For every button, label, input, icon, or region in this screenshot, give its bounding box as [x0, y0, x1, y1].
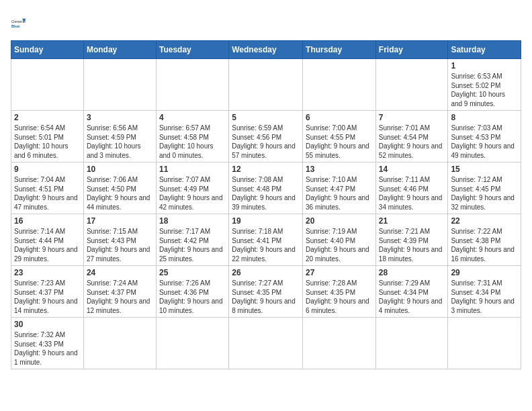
calendar-cell: 26Sunrise: 7:27 AM Sunset: 4:35 PM Dayli… — [229, 266, 303, 318]
calendar-cell: 27Sunrise: 7:28 AM Sunset: 4:35 PM Dayli… — [303, 266, 376, 318]
day-info: Sunrise: 7:32 AM Sunset: 4:33 PM Dayligh… — [14, 330, 81, 367]
logo: General Blue — [11, 11, 35, 35]
day-info: Sunrise: 7:15 AM Sunset: 4:43 PM Dayligh… — [87, 227, 153, 263]
day-info: Sunrise: 7:00 AM Sunset: 4:55 PM Dayligh… — [306, 124, 373, 160]
day-info: Sunrise: 7:03 AM Sunset: 4:53 PM Dayligh… — [451, 124, 518, 160]
calendar-cell — [375, 59, 448, 111]
day-info: Sunrise: 7:04 AM Sunset: 4:51 PM Dayligh… — [14, 175, 81, 212]
calendar-cell: 1Sunrise: 6:53 AM Sunset: 5:02 PM Daylig… — [448, 59, 521, 111]
weekday-header-tuesday: Tuesday — [156, 41, 228, 59]
day-info: Sunrise: 7:06 AM Sunset: 4:50 PM Dayligh… — [87, 175, 153, 212]
day-info: Sunrise: 7:12 AM Sunset: 4:45 PM Dayligh… — [451, 175, 518, 212]
day-info: Sunrise: 7:27 AM Sunset: 4:35 PM Dayligh… — [232, 279, 300, 315]
calendar-cell: 5Sunrise: 6:59 AM Sunset: 4:56 PM Daylig… — [229, 111, 303, 163]
day-info: Sunrise: 6:57 AM Sunset: 4:58 PM Dayligh… — [159, 124, 226, 160]
day-info: Sunrise: 7:24 AM Sunset: 4:37 PM Dayligh… — [87, 279, 153, 315]
day-info: Sunrise: 7:29 AM Sunset: 4:34 PM Dayligh… — [379, 279, 445, 315]
day-number: 27 — [306, 268, 373, 277]
day-number: 7 — [379, 113, 445, 122]
day-info: Sunrise: 7:01 AM Sunset: 4:54 PM Dayligh… — [379, 124, 445, 160]
week-row-4: 16Sunrise: 7:14 AM Sunset: 4:44 PM Dayli… — [11, 214, 521, 266]
day-number: 23 — [14, 268, 81, 277]
calendar-cell: 19Sunrise: 7:18 AM Sunset: 4:41 PM Dayli… — [229, 214, 303, 266]
day-number: 29 — [451, 268, 518, 277]
calendar-cell — [303, 318, 376, 369]
day-number: 25 — [159, 268, 226, 277]
weekday-header-friday: Friday — [375, 41, 448, 59]
day-info: Sunrise: 7:14 AM Sunset: 4:44 PM Dayligh… — [14, 227, 81, 263]
day-info: Sunrise: 6:56 AM Sunset: 4:59 PM Dayligh… — [87, 124, 153, 160]
day-info: Sunrise: 7:23 AM Sunset: 4:37 PM Dayligh… — [14, 279, 81, 315]
calendar-cell — [229, 318, 303, 369]
calendar-cell: 28Sunrise: 7:29 AM Sunset: 4:34 PM Dayli… — [375, 266, 448, 318]
day-number: 11 — [159, 165, 226, 174]
calendar-cell: 10Sunrise: 7:06 AM Sunset: 4:50 PM Dayli… — [83, 163, 156, 214]
svg-text:Blue: Blue — [11, 24, 20, 28]
calendar-cell — [83, 59, 156, 111]
day-info: Sunrise: 7:31 AM Sunset: 4:34 PM Dayligh… — [451, 279, 518, 315]
weekday-header-sunday: Sunday — [11, 41, 84, 59]
day-number: 14 — [379, 165, 445, 174]
calendar-cell: 11Sunrise: 7:07 AM Sunset: 4:49 PM Dayli… — [156, 163, 228, 214]
day-number: 22 — [451, 216, 518, 226]
calendar-cell: 2Sunrise: 6:54 AM Sunset: 5:01 PM Daylig… — [11, 111, 84, 163]
calendar-cell: 12Sunrise: 7:08 AM Sunset: 4:48 PM Dayli… — [229, 163, 303, 214]
week-row-5: 23Sunrise: 7:23 AM Sunset: 4:37 PM Dayli… — [11, 266, 521, 318]
calendar-cell: 3Sunrise: 6:56 AM Sunset: 4:59 PM Daylig… — [83, 111, 156, 163]
calendar-cell: 18Sunrise: 7:17 AM Sunset: 4:42 PM Dayli… — [156, 214, 228, 266]
calendar-cell: 21Sunrise: 7:21 AM Sunset: 4:39 PM Dayli… — [375, 214, 448, 266]
week-row-3: 9Sunrise: 7:04 AM Sunset: 4:51 PM Daylig… — [11, 163, 521, 214]
day-number: 1 — [451, 61, 518, 71]
calendar-cell — [156, 59, 228, 111]
calendar-cell: 13Sunrise: 7:10 AM Sunset: 4:47 PM Dayli… — [303, 163, 376, 214]
day-info: Sunrise: 7:19 AM Sunset: 4:40 PM Dayligh… — [306, 227, 373, 263]
day-info: Sunrise: 6:54 AM Sunset: 5:01 PM Dayligh… — [14, 124, 81, 160]
calendar: SundayMondayTuesdayWednesdayThursdayFrid… — [11, 40, 521, 369]
day-number: 3 — [87, 113, 153, 122]
day-info: Sunrise: 7:22 AM Sunset: 4:38 PM Dayligh… — [451, 227, 518, 263]
calendar-cell — [229, 59, 303, 111]
day-number: 21 — [379, 216, 445, 226]
calendar-cell: 24Sunrise: 7:24 AM Sunset: 4:37 PM Dayli… — [83, 266, 156, 318]
day-number: 10 — [87, 165, 153, 174]
calendar-cell — [11, 59, 84, 111]
day-number: 18 — [159, 216, 226, 226]
day-number: 20 — [306, 216, 373, 226]
day-number: 2 — [14, 113, 81, 122]
calendar-cell: 4Sunrise: 6:57 AM Sunset: 4:58 PM Daylig… — [156, 111, 228, 163]
calendar-cell: 8Sunrise: 7:03 AM Sunset: 4:53 PM Daylig… — [448, 111, 521, 163]
calendar-cell: 15Sunrise: 7:12 AM Sunset: 4:45 PM Dayli… — [448, 163, 521, 214]
weekday-header-monday: Monday — [83, 41, 156, 59]
calendar-cell: 25Sunrise: 7:26 AM Sunset: 4:36 PM Dayli… — [156, 266, 228, 318]
day-number: 8 — [451, 113, 518, 122]
calendar-cell: 6Sunrise: 7:00 AM Sunset: 4:55 PM Daylig… — [303, 111, 376, 163]
weekday-header-row: SundayMondayTuesdayWednesdayThursdayFrid… — [11, 41, 521, 59]
day-number: 28 — [379, 268, 445, 277]
calendar-cell: 23Sunrise: 7:23 AM Sunset: 4:37 PM Dayli… — [11, 266, 84, 318]
calendar-cell: 17Sunrise: 7:15 AM Sunset: 4:43 PM Dayli… — [83, 214, 156, 266]
day-number: 15 — [451, 165, 518, 174]
day-number: 9 — [14, 165, 81, 174]
calendar-cell — [303, 59, 376, 111]
day-info: Sunrise: 7:18 AM Sunset: 4:41 PM Dayligh… — [232, 227, 300, 263]
day-number: 12 — [232, 165, 300, 174]
weekday-header-wednesday: Wednesday — [229, 41, 303, 59]
day-info: Sunrise: 7:26 AM Sunset: 4:36 PM Dayligh… — [159, 279, 226, 315]
day-number: 26 — [232, 268, 300, 277]
day-info: Sunrise: 7:10 AM Sunset: 4:47 PM Dayligh… — [306, 175, 373, 212]
header: General Blue — [11, 11, 521, 35]
day-info: Sunrise: 6:53 AM Sunset: 5:02 PM Dayligh… — [451, 72, 518, 108]
day-number: 4 — [159, 113, 226, 122]
calendar-cell: 9Sunrise: 7:04 AM Sunset: 4:51 PM Daylig… — [11, 163, 84, 214]
calendar-cell: 30Sunrise: 7:32 AM Sunset: 4:33 PM Dayli… — [11, 318, 84, 369]
day-info: Sunrise: 6:59 AM Sunset: 4:56 PM Dayligh… — [232, 124, 300, 160]
calendar-cell — [156, 318, 228, 369]
day-info: Sunrise: 7:11 AM Sunset: 4:46 PM Dayligh… — [379, 175, 445, 212]
day-info: Sunrise: 7:28 AM Sunset: 4:35 PM Dayligh… — [306, 279, 373, 315]
calendar-cell: 16Sunrise: 7:14 AM Sunset: 4:44 PM Dayli… — [11, 214, 84, 266]
day-info: Sunrise: 7:07 AM Sunset: 4:49 PM Dayligh… — [159, 175, 226, 212]
calendar-cell: 20Sunrise: 7:19 AM Sunset: 4:40 PM Dayli… — [303, 214, 376, 266]
weekday-header-saturday: Saturday — [448, 41, 521, 59]
calendar-cell — [375, 318, 448, 369]
day-number: 16 — [14, 216, 81, 226]
